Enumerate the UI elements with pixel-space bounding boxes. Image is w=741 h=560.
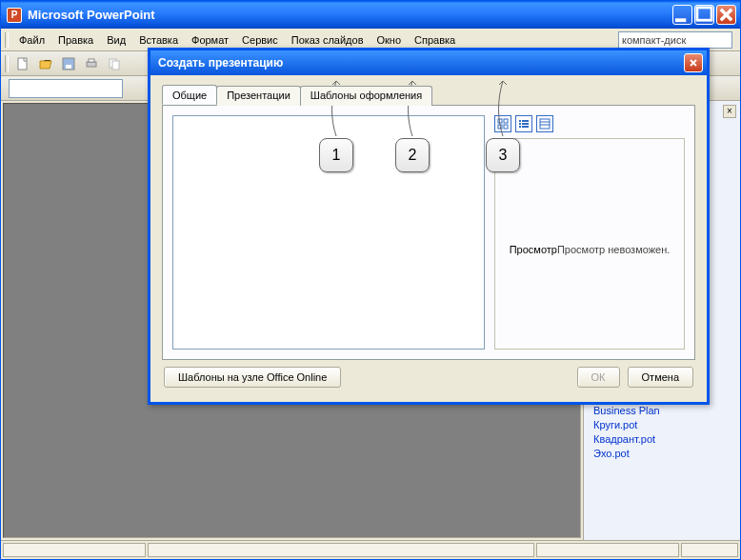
status-cell bbox=[3, 543, 146, 557]
menu-window[interactable]: Окно bbox=[370, 31, 409, 49]
recent-templates-list: Business Plan Круги.pot Квадрант.pot Эхо… bbox=[584, 396, 740, 468]
svg-rect-1 bbox=[697, 8, 711, 20]
menu-tools[interactable]: Сервис bbox=[235, 31, 285, 49]
svg-rect-18 bbox=[522, 126, 529, 128]
menubar-grip[interactable] bbox=[5, 32, 9, 48]
svg-rect-14 bbox=[522, 120, 529, 122]
menu-insert[interactable]: Вставка bbox=[132, 31, 185, 49]
copy-button[interactable] bbox=[104, 53, 125, 74]
status-cell bbox=[681, 543, 738, 557]
list-view-button[interactable] bbox=[515, 115, 532, 132]
svg-rect-2 bbox=[18, 58, 27, 70]
preview-label: Просмотр bbox=[510, 244, 557, 255]
template-link[interactable]: Квадрант.pot bbox=[593, 433, 731, 445]
callout-bubble: 1 bbox=[319, 138, 353, 172]
maximize-button[interactable] bbox=[694, 5, 714, 25]
preview-message: Просмотр невозможен. bbox=[557, 244, 670, 255]
menu-help[interactable]: Справка bbox=[408, 31, 462, 49]
callout-1: 1 bbox=[319, 138, 353, 172]
svg-rect-8 bbox=[112, 61, 119, 70]
tabstrip: Общие Презентации Шаблоны оформления bbox=[162, 85, 695, 105]
templates-online-button[interactable]: Шаблоны на узле Office Online bbox=[164, 367, 341, 388]
titlebar: P Microsoft PowerPoint bbox=[1, 1, 740, 29]
svg-rect-17 bbox=[519, 126, 521, 128]
dialog-title: Создать презентацию bbox=[158, 56, 684, 70]
svg-rect-6 bbox=[89, 59, 94, 62]
menu-view[interactable]: Вид bbox=[100, 31, 132, 49]
svg-rect-0 bbox=[675, 18, 686, 22]
tab-design-templates[interactable]: Шаблоны оформления bbox=[300, 86, 432, 106]
task-pane-close[interactable]: × bbox=[723, 105, 736, 118]
close-button[interactable] bbox=[716, 5, 736, 25]
template-link[interactable]: Эхо.pot bbox=[593, 448, 731, 459]
template-link[interactable]: Круги.pot bbox=[593, 419, 731, 430]
menu-edit[interactable]: Правка bbox=[51, 31, 100, 49]
open-button[interactable] bbox=[35, 53, 56, 74]
new-button[interactable] bbox=[12, 53, 33, 74]
menu-format[interactable]: Формат bbox=[185, 31, 235, 49]
save-button[interactable] bbox=[58, 53, 79, 74]
view-mode-buttons bbox=[494, 115, 685, 132]
help-search-input[interactable] bbox=[618, 31, 732, 49]
svg-rect-16 bbox=[522, 123, 529, 125]
ok-button[interactable]: ОК bbox=[577, 367, 620, 388]
print-button[interactable] bbox=[81, 53, 102, 74]
dialog-titlebar[interactable]: Создать презентацию bbox=[150, 50, 707, 75]
callout-3: 3 bbox=[486, 138, 520, 172]
app-title: Microsoft PowerPoint bbox=[28, 8, 671, 22]
svg-rect-13 bbox=[519, 120, 521, 122]
menu-file[interactable]: Файл bbox=[12, 31, 51, 49]
details-view-button[interactable] bbox=[536, 115, 553, 132]
svg-rect-19 bbox=[540, 119, 550, 129]
status-cell bbox=[148, 543, 534, 557]
menu-slideshow[interactable]: Показ слайдов bbox=[285, 31, 370, 49]
cancel-button[interactable]: Отмена bbox=[628, 367, 693, 388]
callout-2: 2 bbox=[395, 138, 430, 172]
preview-box: Просмотр Просмотр невозможен. bbox=[494, 138, 685, 350]
app-icon: P bbox=[7, 8, 22, 23]
status-cell bbox=[536, 543, 679, 557]
svg-rect-5 bbox=[87, 62, 96, 67]
dialog-close-button[interactable] bbox=[684, 53, 703, 72]
font-selector[interactable] bbox=[9, 79, 123, 98]
tab-presentations[interactable]: Презентации bbox=[216, 86, 301, 106]
callout-bubble: 2 bbox=[395, 138, 430, 172]
minimize-button[interactable] bbox=[672, 5, 692, 25]
dialog-body: Общие Презентации Шаблоны оформления Про… bbox=[150, 75, 707, 402]
svg-rect-15 bbox=[519, 123, 521, 125]
new-presentation-dialog: Создать презентацию Общие Презентации Ша… bbox=[148, 48, 710, 405]
callout-bubble: 3 bbox=[486, 138, 520, 172]
dialog-button-row: Шаблоны на узле Office Online ОК Отмена bbox=[162, 360, 695, 394]
tab-general[interactable]: Общие bbox=[162, 85, 217, 105]
dialog-right-column: Просмотр Просмотр невозможен. bbox=[494, 115, 685, 350]
template-link[interactable]: Business Plan bbox=[593, 405, 731, 416]
svg-rect-4 bbox=[66, 65, 71, 69]
statusbar bbox=[1, 540, 740, 559]
toolbar-grip[interactable] bbox=[5, 55, 9, 72]
